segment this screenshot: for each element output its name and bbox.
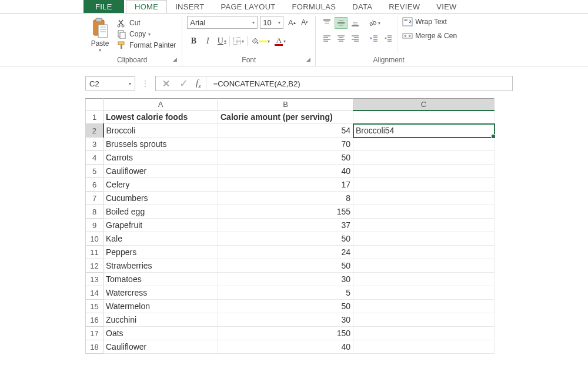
- paste-button[interactable]: Paste ▾: [87, 16, 113, 54]
- decrease-font-button[interactable]: A▾: [299, 16, 310, 28]
- cell-C16[interactable]: [353, 313, 495, 327]
- underline-button[interactable]: U▾: [215, 35, 228, 48]
- font-color-button[interactable]: A ▾: [273, 35, 288, 48]
- cell-A6[interactable]: Celery: [103, 178, 218, 192]
- tab-page-layout[interactable]: PAGE LAYOUT: [212, 1, 283, 13]
- decrease-indent-button[interactable]: [368, 32, 380, 44]
- orientation-button[interactable]: ab▾: [368, 17, 380, 29]
- grid-table[interactable]: A B C 1Lowest calorie foodsCalorie amoun…: [85, 98, 495, 354]
- col-header-B[interactable]: B: [218, 99, 353, 110]
- tab-review[interactable]: REVIEW: [380, 1, 428, 13]
- cell-A1[interactable]: Lowest calorie foods: [103, 110, 218, 124]
- cell-C4[interactable]: [353, 151, 495, 165]
- name-box[interactable]: C2 ▾: [85, 76, 135, 91]
- align-right-button[interactable]: [349, 32, 362, 44]
- col-header-A[interactable]: A: [103, 99, 218, 110]
- align-left-button[interactable]: [320, 32, 333, 44]
- increase-indent-button[interactable]: [382, 32, 395, 44]
- row-header-4[interactable]: 4: [86, 151, 103, 165]
- row-header-18[interactable]: 18: [86, 340, 103, 354]
- cell-A4[interactable]: Carrots: [103, 151, 218, 165]
- row-header-16[interactable]: 16: [86, 313, 103, 327]
- cell-A8[interactable]: Boiled egg: [103, 205, 218, 219]
- cancel-formula-button[interactable]: ✕: [159, 77, 172, 90]
- cell-C13[interactable]: [353, 273, 495, 286]
- increase-font-button[interactable]: A▴: [286, 16, 298, 28]
- cell-A9[interactable]: Grapefruit: [103, 219, 218, 232]
- cell-B13[interactable]: 30: [218, 273, 353, 286]
- row-header-10[interactable]: 10: [86, 232, 103, 246]
- cell-C3[interactable]: [353, 138, 495, 151]
- cell-C18[interactable]: [353, 340, 495, 354]
- merge-center-button[interactable]: Merge & Cen: [402, 31, 457, 41]
- cell-B3[interactable]: 70: [218, 138, 353, 151]
- cell-C8[interactable]: [353, 205, 495, 219]
- tab-formulas[interactable]: FORMULAS: [284, 1, 345, 13]
- cell-A12[interactable]: Strawberries: [103, 259, 218, 273]
- cell-B4[interactable]: 50: [218, 151, 353, 165]
- cell-A10[interactable]: Kale: [103, 232, 218, 246]
- row-header-5[interactable]: 5: [86, 165, 103, 178]
- cell-B2[interactable]: 54: [218, 124, 353, 138]
- row-header-14[interactable]: 14: [86, 286, 103, 300]
- formula-input[interactable]: =CONCATENATE(A2,B2): [206, 76, 512, 91]
- cell-B10[interactable]: 50: [218, 232, 353, 246]
- cell-B16[interactable]: 30: [218, 313, 353, 327]
- cell-A14[interactable]: Watercress: [103, 286, 218, 300]
- cell-B17[interactable]: 150: [218, 327, 353, 340]
- cell-C14[interactable]: [353, 286, 495, 300]
- cell-A17[interactable]: Oats: [103, 327, 218, 340]
- accept-formula-button[interactable]: ✓: [177, 77, 190, 90]
- cell-B14[interactable]: 5: [218, 286, 353, 300]
- cell-C10[interactable]: [353, 232, 495, 246]
- cell-B8[interactable]: 155: [218, 205, 353, 219]
- cell-C15[interactable]: [353, 300, 495, 313]
- wrap-text-button[interactable]: ab Wrap Text: [402, 17, 457, 26]
- row-header-11[interactable]: 11: [86, 246, 103, 259]
- format-painter-button[interactable]: Format Painter: [115, 41, 177, 50]
- cell-B12[interactable]: 50: [218, 259, 353, 273]
- row-header-3[interactable]: 3: [86, 138, 103, 151]
- tab-home[interactable]: HOME: [126, 0, 167, 13]
- italic-button[interactable]: I: [201, 35, 214, 48]
- row-header-7[interactable]: 7: [86, 192, 103, 205]
- tab-view[interactable]: VIEW: [428, 1, 465, 13]
- cell-B5[interactable]: 40: [218, 165, 353, 178]
- font-name-select[interactable]: Arial ▾: [187, 16, 258, 29]
- cell-A11[interactable]: Peppers: [103, 246, 218, 259]
- align-middle-button[interactable]: [335, 17, 348, 29]
- align-top-button[interactable]: [320, 17, 333, 29]
- align-center-button[interactable]: [335, 32, 348, 44]
- cell-B7[interactable]: 8: [218, 192, 353, 205]
- copy-button[interactable]: Copy ▾: [115, 29, 177, 39]
- row-header-9[interactable]: 9: [86, 219, 103, 232]
- fill-color-button[interactable]: ▾: [249, 35, 272, 48]
- row-header-6[interactable]: 6: [86, 178, 103, 192]
- row-header-13[interactable]: 13: [86, 273, 103, 286]
- cut-button[interactable]: Cut: [115, 18, 177, 28]
- row-header-17[interactable]: 17: [86, 327, 103, 340]
- cell-C2[interactable]: Broccoli54: [353, 124, 495, 138]
- cell-C7[interactable]: [353, 192, 495, 205]
- tab-file[interactable]: FILE: [83, 0, 124, 13]
- tab-insert[interactable]: INSERT: [167, 1, 212, 13]
- clipboard-launcher-icon[interactable]: ◢: [173, 56, 177, 62]
- cell-B15[interactable]: 50: [218, 300, 353, 313]
- font-size-select[interactable]: 10 ▾: [260, 16, 283, 29]
- select-all-corner[interactable]: [86, 99, 103, 110]
- borders-button[interactable]: ▾: [231, 35, 246, 48]
- cell-B9[interactable]: 37: [218, 219, 353, 232]
- cell-A5[interactable]: Cauliflower: [103, 165, 218, 178]
- cell-C17[interactable]: [353, 327, 495, 340]
- cell-C9[interactable]: [353, 219, 495, 232]
- cell-B1[interactable]: Calorie amount (per serving): [218, 110, 353, 124]
- align-bottom-button[interactable]: [349, 17, 362, 29]
- tab-data[interactable]: DATA: [344, 1, 380, 13]
- cell-A16[interactable]: Zucchini: [103, 313, 218, 327]
- bold-button[interactable]: B: [187, 35, 200, 48]
- cell-A18[interactable]: Cauliflower: [103, 340, 218, 354]
- cell-C12[interactable]: [353, 259, 495, 273]
- cell-B18[interactable]: 40: [218, 340, 353, 354]
- col-header-C[interactable]: C: [353, 99, 495, 110]
- row-header-8[interactable]: 8: [86, 205, 103, 219]
